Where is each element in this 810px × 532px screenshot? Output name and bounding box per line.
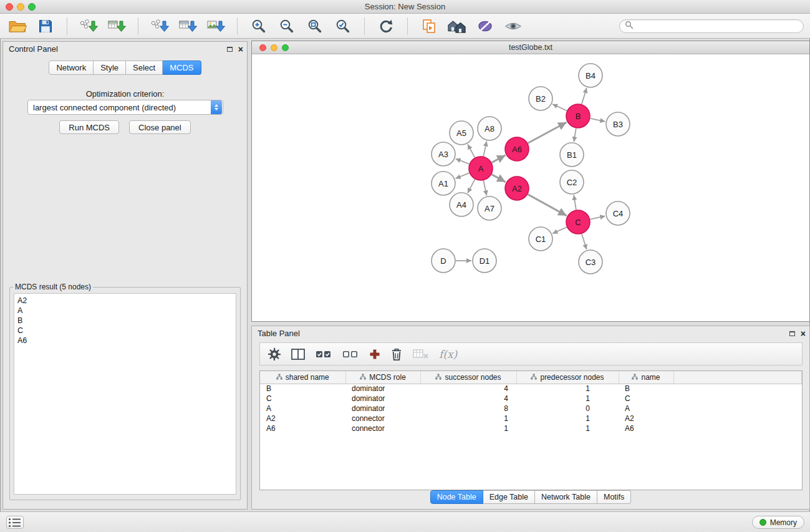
edge-B-B4[interactable] (582, 88, 587, 104)
tab-network[interactable]: Network (49, 60, 94, 75)
search-box[interactable] (619, 19, 804, 33)
import-network-icon[interactable] (77, 16, 100, 36)
table-row[interactable]: A2connector11A2 (260, 414, 802, 423)
node-A5[interactable]: A5 (450, 121, 473, 145)
eye-icon[interactable] (502, 16, 524, 36)
node-C2[interactable]: C2 (560, 170, 584, 194)
edge-C-C4[interactable] (591, 216, 605, 219)
delete-table-icon[interactable] (412, 347, 430, 361)
table-row[interactable]: Adominator80A (260, 404, 802, 414)
node-A4[interactable]: A4 (450, 193, 473, 216)
column-visibility-icon[interactable] (291, 347, 306, 361)
refresh-icon[interactable] (375, 16, 397, 36)
close-table-panel-icon[interactable] (801, 329, 806, 338)
mcds-result-item[interactable]: A (17, 306, 233, 316)
edge-A6-B[interactable] (528, 122, 567, 143)
node-D[interactable]: D (432, 249, 455, 273)
edge-A-A6[interactable] (492, 155, 506, 163)
float-table-panel-icon[interactable] (789, 331, 795, 336)
export-table-icon[interactable] (176, 16, 199, 36)
edge-C-C2[interactable] (574, 195, 576, 210)
zoom-in-icon[interactable] (248, 16, 270, 36)
mcds-result-item[interactable]: B (17, 316, 233, 326)
node-C4[interactable]: C4 (606, 201, 630, 225)
tab-motifs[interactable]: Motifs (597, 490, 631, 504)
edge-A-A3[interactable] (456, 159, 470, 164)
tab-mcds[interactable]: MCDS (163, 60, 201, 75)
close-panel-icon[interactable] (238, 45, 243, 54)
select-all-rows-icon[interactable] (315, 348, 332, 360)
edge-A-A8[interactable] (483, 142, 486, 157)
column-header[interactable]: successor nodes (420, 371, 516, 384)
zoom-window-button[interactable] (28, 3, 36, 11)
node-C3[interactable]: C3 (579, 250, 602, 274)
table-row[interactable]: A6connector11A6 (260, 423, 802, 433)
mcds-result-item[interactable]: A2 (17, 296, 233, 306)
network-minimize-button[interactable] (271, 44, 277, 51)
open-session-icon[interactable] (6, 16, 29, 36)
table-row[interactable]: Cdominator41C (260, 394, 802, 404)
mcds-result-list[interactable]: A2ABCA6 (14, 293, 236, 495)
minimize-window-button[interactable] (17, 3, 24, 11)
edge-A-A1[interactable] (455, 173, 469, 178)
column-header[interactable]: shared name (260, 371, 345, 384)
node-A1[interactable]: A1 (432, 172, 455, 195)
settings-gear-icon[interactable] (268, 347, 281, 361)
network-zoom-button[interactable] (282, 44, 289, 51)
column-header[interactable]: MCDS role (345, 371, 420, 384)
edge-A-A5[interactable] (468, 144, 475, 157)
mcds-result-item[interactable]: C (17, 326, 233, 336)
column-header[interactable]: name (619, 371, 673, 384)
tab-network-table[interactable]: Network Table (535, 490, 597, 504)
edge-A2-C[interactable] (528, 195, 567, 216)
zoom-fit-icon[interactable] (304, 16, 326, 36)
deselect-all-rows-icon[interactable] (342, 348, 359, 360)
edge-B-B3[interactable] (591, 118, 605, 122)
node-A3[interactable]: A3 (432, 142, 455, 166)
criterion-dropdown[interactable]: largest connected component (directed) (27, 100, 223, 115)
node-C[interactable]: C (566, 210, 590, 234)
mcds-result-item[interactable]: A6 (17, 336, 233, 346)
edge-B-B2[interactable] (552, 104, 567, 111)
close-window-button[interactable] (6, 3, 13, 11)
export-network-icon[interactable] (148, 16, 171, 36)
network-close-button[interactable] (259, 44, 266, 51)
table-row[interactable]: Bdominator41B (260, 384, 802, 394)
edge-A-A7[interactable] (483, 181, 486, 196)
tab-style[interactable]: Style (94, 60, 126, 75)
node-A8[interactable]: A8 (478, 117, 501, 140)
search-input[interactable] (637, 22, 798, 31)
node-B2[interactable]: B2 (529, 87, 552, 110)
export-image-icon[interactable] (205, 16, 227, 36)
save-session-icon[interactable] (34, 16, 57, 36)
node-B3[interactable]: B3 (606, 112, 630, 136)
edge-C-C3[interactable] (582, 234, 587, 249)
zoom-selected-icon[interactable] (332, 16, 354, 36)
node-D1[interactable]: D1 (473, 249, 496, 273)
delete-column-icon[interactable] (390, 347, 403, 362)
node-B4[interactable]: B4 (579, 64, 602, 87)
details-icon[interactable] (474, 16, 496, 36)
node-A2[interactable]: A2 (505, 177, 529, 200)
import-table-icon[interactable] (105, 16, 128, 36)
edge-B-B1[interactable] (574, 128, 576, 142)
overview-icon[interactable] (418, 16, 440, 36)
zoom-out-icon[interactable] (276, 16, 298, 36)
edge-C-C1[interactable] (552, 227, 567, 233)
network-graph[interactable]: B4B2BB3A8A5A6A3B1AC2A1A2A4A7C4CC1C3DD1 (252, 54, 809, 321)
tab-node-table[interactable]: Node Table (430, 490, 483, 504)
node-B[interactable]: B (566, 104, 590, 128)
memory-button[interactable]: Memory (752, 516, 804, 529)
node-A7[interactable]: A7 (478, 196, 501, 220)
run-mcds-button[interactable]: Run MCDS (59, 120, 119, 134)
node-C1[interactable]: C1 (529, 227, 552, 251)
column-header[interactable]: predecessor nodes (516, 371, 619, 384)
function-builder-icon[interactable]: f(x) (439, 348, 457, 360)
edge-A-A4[interactable] (468, 180, 475, 193)
tab-select[interactable]: Select (126, 60, 163, 75)
float-panel-icon[interactable] (227, 47, 233, 52)
neighbors-icon[interactable] (446, 16, 468, 36)
add-column-icon[interactable] (369, 348, 381, 360)
edge-A-A2[interactable] (492, 175, 506, 182)
node-B1[interactable]: B1 (560, 143, 584, 167)
